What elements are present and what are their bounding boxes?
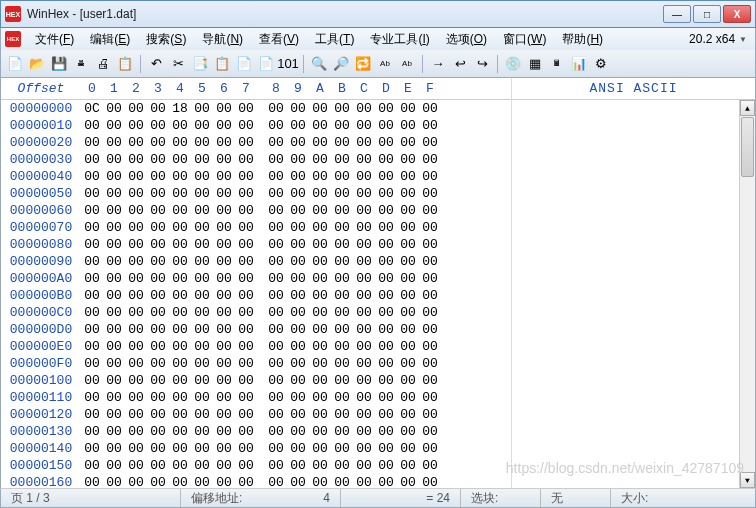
byte-cell[interactable]: 00 [235, 202, 257, 219]
byte-cell[interactable]: 00 [147, 474, 169, 488]
byte-cell[interactable]: 00 [419, 355, 441, 372]
byte-cell[interactable]: 00 [81, 168, 103, 185]
byte-cell[interactable]: 00 [103, 134, 125, 151]
byte-cell[interactable]: 00 [287, 219, 309, 236]
hex-row[interactable]: 0000012000000000000000000000000000000000 [1, 406, 511, 423]
byte-cell[interactable]: 00 [125, 236, 147, 253]
byte-cell[interactable]: 00 [169, 287, 191, 304]
settings-icon[interactable]: ⚙ [591, 54, 611, 74]
copy-block-icon[interactable]: 📄 [234, 54, 254, 74]
byte-cell[interactable]: 00 [213, 423, 235, 440]
byte-cell[interactable]: 00 [353, 440, 375, 457]
find-icon[interactable]: 🔍 [309, 54, 329, 74]
byte-cell[interactable]: 00 [81, 457, 103, 474]
byte-cell[interactable]: 00 [353, 287, 375, 304]
byte-cell[interactable]: 00 [287, 457, 309, 474]
byte-cell[interactable]: 00 [147, 117, 169, 134]
byte-cell[interactable]: 00 [81, 474, 103, 488]
byte-cell[interactable]: 00 [419, 185, 441, 202]
byte-cell[interactable]: 00 [213, 185, 235, 202]
byte-cell[interactable]: 00 [287, 389, 309, 406]
byte-cell[interactable]: 00 [265, 100, 287, 117]
byte-cell[interactable]: 00 [397, 457, 419, 474]
byte-cell[interactable]: 00 [397, 321, 419, 338]
byte-cell[interactable]: 00 [147, 134, 169, 151]
byte-cell[interactable]: 00 [265, 117, 287, 134]
byte-cell[interactable]: 00 [397, 253, 419, 270]
byte-cell[interactable]: 00 [419, 270, 441, 287]
byte-cell[interactable]: 00 [265, 406, 287, 423]
byte-cell[interactable]: 00 [147, 304, 169, 321]
byte-cell[interactable]: 00 [81, 253, 103, 270]
byte-cell[interactable]: 00 [191, 236, 213, 253]
byte-cell[interactable]: 00 [375, 338, 397, 355]
byte-cell[interactable]: 00 [81, 372, 103, 389]
byte-cell[interactable]: 00 [169, 406, 191, 423]
byte-cell[interactable]: 00 [235, 117, 257, 134]
byte-cell[interactable]: 00 [331, 202, 353, 219]
menu-n[interactable]: 导航(N) [194, 29, 251, 50]
byte-cell[interactable]: 00 [213, 134, 235, 151]
menu-h[interactable]: 帮助(H) [554, 29, 611, 50]
byte-cell[interactable]: 00 [397, 270, 419, 287]
byte-cell[interactable]: 00 [419, 440, 441, 457]
byte-cell[interactable]: 00 [191, 440, 213, 457]
byte-cell[interactable]: 00 [213, 219, 235, 236]
byte-cell[interactable]: 00 [265, 202, 287, 219]
byte-cell[interactable]: 00 [81, 134, 103, 151]
byte-cell[interactable]: 00 [331, 253, 353, 270]
byte-cell[interactable]: 00 [169, 389, 191, 406]
byte-cell[interactable]: 00 [287, 304, 309, 321]
goto-icon[interactable]: → [428, 54, 448, 74]
byte-cell[interactable]: 00 [375, 185, 397, 202]
hex-row[interactable]: 000000E000000000000000000000000000000000 [1, 338, 511, 355]
copy-icon[interactable]: 📑 [190, 54, 210, 74]
byte-cell[interactable]: 00 [419, 253, 441, 270]
byte-cell[interactable]: 00 [375, 321, 397, 338]
byte-cell[interactable]: 00 [353, 219, 375, 236]
menu-v[interactable]: 查看(V) [251, 29, 307, 50]
byte-cell[interactable]: 00 [309, 151, 331, 168]
byte-cell[interactable]: 00 [397, 287, 419, 304]
open-folder-icon[interactable]: 📂 [27, 54, 47, 74]
byte-cell[interactable]: 00 [287, 440, 309, 457]
byte-cell[interactable]: 00 [353, 117, 375, 134]
byte-cell[interactable]: 00 [331, 236, 353, 253]
byte-cell[interactable]: 00 [397, 474, 419, 488]
byte-cell[interactable]: 00 [169, 185, 191, 202]
byte-cell[interactable]: 00 [103, 253, 125, 270]
hex-row[interactable]: 000000C000000000000000000000000000000000 [1, 304, 511, 321]
menu-i[interactable]: 专业工具(I) [362, 29, 437, 50]
byte-cell[interactable]: 00 [265, 151, 287, 168]
byte-cell[interactable]: 00 [265, 440, 287, 457]
hex-row[interactable]: 0000009000000000000000000000000000000000 [1, 253, 511, 270]
hex-row[interactable]: 000000F000000000000000000000000000000000 [1, 355, 511, 372]
byte-cell[interactable]: 00 [213, 202, 235, 219]
byte-cell[interactable]: 00 [287, 117, 309, 134]
byte-cell[interactable]: 00 [375, 117, 397, 134]
byte-cell[interactable]: 00 [147, 185, 169, 202]
byte-cell[interactable]: 00 [81, 321, 103, 338]
byte-cell[interactable]: 00 [169, 151, 191, 168]
byte-cell[interactable]: 00 [81, 270, 103, 287]
byte-cell[interactable]: 00 [125, 270, 147, 287]
byte-cell[interactable]: 00 [375, 168, 397, 185]
byte-cell[interactable]: 00 [265, 338, 287, 355]
hex-row[interactable]: 000000000C000000180000000000000000000000 [1, 100, 511, 117]
byte-cell[interactable]: 00 [353, 389, 375, 406]
byte-cell[interactable]: 00 [397, 219, 419, 236]
byte-cell[interactable]: 00 [213, 372, 235, 389]
hex-row[interactable]: 0000001000000000000000000000000000000000 [1, 117, 511, 134]
byte-cell[interactable]: 00 [235, 440, 257, 457]
byte-cell[interactable]: 00 [353, 202, 375, 219]
byte-cell[interactable]: 00 [213, 270, 235, 287]
byte-cell[interactable]: 00 [191, 219, 213, 236]
new-file-icon[interactable]: 📄 [5, 54, 25, 74]
byte-cell[interactable]: 00 [309, 287, 331, 304]
byte-cell[interactable]: 00 [331, 457, 353, 474]
byte-cell[interactable]: 00 [213, 440, 235, 457]
byte-cell[interactable]: 00 [419, 117, 441, 134]
byte-cell[interactable]: 00 [265, 304, 287, 321]
byte-cell[interactable]: 00 [397, 423, 419, 440]
byte-cell[interactable]: 00 [125, 457, 147, 474]
